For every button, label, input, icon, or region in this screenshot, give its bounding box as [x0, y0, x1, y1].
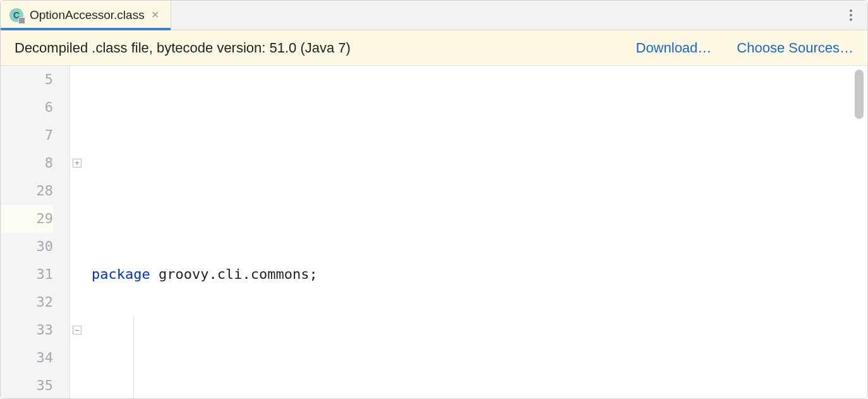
package-name: groovy.cli.commons;	[150, 266, 318, 282]
line-number: 7	[1, 121, 53, 149]
download-link[interactable]: Download…	[636, 40, 712, 56]
decompiled-banner: Decompiled .class file, bytecode version…	[1, 30, 867, 66]
line-number: 28	[1, 177, 53, 205]
indent-guide	[133, 316, 134, 398]
tab-bar: C OptionAccessor.class ✕	[1, 1, 867, 30]
choose-sources-link[interactable]: Choose Sources…	[737, 40, 853, 56]
line-number: 33	[1, 316, 53, 344]
more-options-icon[interactable]	[843, 8, 859, 23]
tab-label: OptionAccessor.class	[30, 8, 145, 22]
class-file-icon-letter: C	[13, 10, 20, 20]
line-number: 30	[1, 233, 53, 261]
close-icon[interactable]: ✕	[151, 10, 159, 20]
line-number: 6	[1, 94, 53, 121]
vertical-scrollbar[interactable]	[855, 70, 864, 119]
fold-expand-icon[interactable]: +	[73, 159, 81, 168]
line-number: 8	[1, 149, 53, 177]
fold-collapse-icon[interactable]: −	[73, 326, 81, 335]
code-area[interactable]: package groovy.cli.commons; import ... p…	[89, 66, 867, 398]
line-number: 32	[1, 288, 53, 316]
code-editor[interactable]: 56782829303132333435 +− package groovy.c…	[1, 66, 867, 398]
class-file-icon: C	[9, 8, 23, 22]
keyword-package: package	[92, 266, 150, 282]
banner-message: Decompiled .class file, bytecode version…	[15, 40, 611, 56]
line-number: 35	[1, 372, 53, 398]
fold-column: +−	[70, 66, 89, 398]
line-number-gutter: 56782829303132333435	[1, 66, 70, 398]
line-number: 5	[1, 66, 53, 94]
line-number: 34	[1, 344, 53, 372]
line-number: 29	[1, 205, 53, 233]
line-number: 31	[1, 261, 53, 288]
editor-tab[interactable]: C OptionAccessor.class ✕	[1, 1, 171, 30]
tab-bar-actions	[843, 1, 867, 30]
